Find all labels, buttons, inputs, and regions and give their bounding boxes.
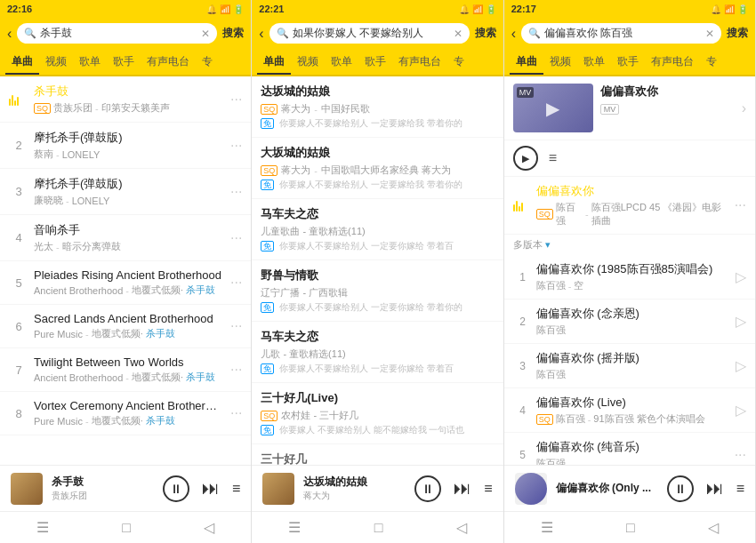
list-item[interactable]: 马车夫之恋 儿歌 - 童歌精选(11) 免 你要嫁人不要嫁给别人 一定要你嫁给 …: [252, 322, 503, 383]
list-item[interactable]: 7 Twilight Between Two Worlds Ancient Br…: [0, 348, 251, 392]
tab-video-3[interactable]: 视频: [543, 49, 577, 75]
list-item[interactable]: 5 Pleiades Rising Ancient Brotherhood An…: [0, 261, 251, 305]
p3-more-main[interactable]: ···: [729, 197, 746, 213]
player-info-1: 杀手鼓 贵族乐团: [52, 475, 154, 502]
play-pause-button-3[interactable]: ⏸: [667, 475, 694, 502]
mv-arrow-icon[interactable]: ›: [742, 100, 746, 116]
play-all-button[interactable]: ▶: [513, 146, 538, 171]
list-item[interactable]: 3 摩托杀手(弹鼓版) 廉晓晓 - LONELY ···: [0, 169, 251, 215]
tab-playlist-3[interactable]: 歌单: [577, 49, 611, 75]
back-button-1[interactable]: ‹: [7, 26, 12, 42]
tab-artist-3[interactable]: 歌手: [611, 49, 645, 75]
tab-more-2[interactable]: 专: [447, 49, 470, 75]
tab-video-2[interactable]: 视频: [291, 49, 325, 75]
song-more-3[interactable]: ···: [223, 184, 242, 200]
song-number-4: 4: [9, 231, 28, 244]
next-button-2[interactable]: ⏭: [454, 478, 471, 499]
list-item[interactable]: 8 Vortex Ceremony Ancient Brotherhood ..…: [0, 392, 251, 435]
list-item[interactable]: 杀手鼓 SQ 贵族乐团 - 印第安天籁美声 ···: [0, 76, 251, 123]
song-more-7[interactable]: ···: [223, 362, 242, 378]
p3-info-v1: 偏偏喜欢你 (1985陈百强85演唱会) 陈百强 - 空: [533, 261, 730, 292]
search-query-2[interactable]: 如果你要嫁人 不要嫁给别人: [293, 26, 450, 41]
search-query-3[interactable]: 偏偏喜欢你 陈百强: [544, 26, 702, 41]
nav-back-3[interactable]: ◁: [699, 517, 728, 538]
tab-video-1[interactable]: 视频: [39, 49, 73, 75]
play-pause-button-2[interactable]: ⏸: [414, 475, 441, 502]
tab-radio-1[interactable]: 有声电台: [141, 49, 196, 75]
tab-artist-1[interactable]: 歌手: [107, 49, 141, 75]
list-item[interactable]: 大坂城的姑娘 SQ 蒋大为 - 中国歌唱大师名家经典 蒋大为 免 你要嫁人不要嫁…: [252, 138, 503, 199]
search-submit-2[interactable]: 搜索: [475, 26, 496, 41]
list-item[interactable]: 马车夫之恋 儿童歌曲 - 童歌精选(11) 免 你要嫁人不要嫁给别人 一定要你嫁…: [252, 199, 503, 260]
tab-single-2[interactable]: 单曲: [257, 49, 291, 75]
song-more-2[interactable]: ···: [223, 138, 242, 154]
song-more-6[interactable]: ···: [223, 318, 242, 334]
list-item[interactable]: 5 偏偏喜欢你 (纯音乐) 陈百强 ···: [504, 433, 755, 465]
playlist-button-1[interactable]: ≡: [232, 481, 240, 497]
player-thumbnail-2[interactable]: [262, 473, 294, 505]
search-clear-1[interactable]: ✕: [201, 28, 210, 40]
p3-more-v1[interactable]: ▷: [730, 268, 746, 285]
nav-menu-1[interactable]: ☰: [28, 517, 58, 538]
search-clear-3[interactable]: ✕: [705, 28, 714, 40]
play-pause-button-1[interactable]: ⏸: [163, 475, 189, 502]
list-item[interactable]: 达坂城的姑娘 SQ 蒋大为 - 中国好民歌 免 你要嫁人不要嫁给别人 一定要嫁给…: [252, 76, 503, 138]
search-query-1[interactable]: 杀手鼓: [40, 26, 197, 41]
list-item[interactable]: 6 Sacred Lands Ancient Brotherhood Pure …: [0, 305, 251, 348]
playlist-button-2[interactable]: ≡: [484, 481, 492, 497]
mv-card[interactable]: MV ▶ 偏偏喜欢你 MV ›: [504, 76, 755, 140]
song-info-3: 摩托杀手(弹鼓版) 廉晓晓 - LONELY: [28, 176, 223, 207]
playlist-button-3[interactable]: ≡: [736, 481, 744, 497]
tab-radio-3[interactable]: 有声电台: [645, 49, 700, 75]
p3-more-v2[interactable]: ▷: [730, 313, 746, 330]
list-item[interactable]: 三十好几: [252, 444, 503, 465]
tab-playlist-1[interactable]: 歌单: [73, 49, 107, 75]
tab-artist-2[interactable]: 歌手: [358, 49, 392, 75]
result-name-7: 三十好几: [261, 451, 494, 465]
panel-search-1: 22:16 🔔 📶 🔋 ‹ 🔍 杀手鼓 ✕ 搜索 单曲 视频 歌单 歌手 有声电…: [0, 0, 252, 543]
list-item[interactable]: 2 偏偏喜欢你 (念亲恩) 陈百强 ▷: [504, 299, 755, 344]
list-item[interactable]: 4 偏偏喜欢你 (Live) SQ 陈百强 - 91陈百强 紫色个体演唱会 ▷: [504, 388, 755, 433]
list-item[interactable]: 3 偏偏喜欢你 (摇并版) 陈百强 ▷: [504, 344, 755, 388]
back-button-3[interactable]: ‹: [511, 26, 516, 42]
next-button-3[interactable]: ⏭: [706, 478, 724, 499]
back-button-2[interactable]: ‹: [259, 26, 263, 42]
song-more-5[interactable]: ···: [223, 275, 242, 291]
song-more-1[interactable]: ···: [223, 92, 242, 108]
tab-single-1[interactable]: 单曲: [5, 49, 39, 75]
search-submit-3[interactable]: 搜索: [727, 26, 748, 41]
list-item[interactable]: 三十好几(Live) SQ 农村娃 - 三十好几 免 你要嫁人 不要嫁给别人 能…: [252, 383, 503, 444]
nav-home-3[interactable]: □: [617, 518, 644, 538]
list-item[interactable]: 2 摩托杀手(弹鼓版) 蔡南 - LONELY ···: [0, 123, 251, 169]
sort-icon[interactable]: ≡: [549, 150, 557, 166]
nav-menu-2[interactable]: ☰: [279, 517, 310, 538]
nav-menu-3[interactable]: ☰: [532, 517, 562, 538]
version-label[interactable]: 多版本 ▾: [504, 235, 755, 255]
status-bar-2: 22:21 🔔 📶 🔋: [252, 0, 503, 18]
nav-back-2[interactable]: ◁: [447, 517, 476, 538]
tab-radio-2[interactable]: 有声电台: [392, 49, 447, 75]
player-thumbnail-3[interactable]: [515, 473, 547, 505]
nav-back-1[interactable]: ◁: [195, 517, 223, 538]
tab-more-1[interactable]: 专: [196, 49, 219, 75]
list-item[interactable]: 偏偏喜欢你 SQ 陈百强 - 陈百强LPCD 45 《港园》电影插曲 ···: [504, 177, 755, 235]
p3-more-v5[interactable]: ···: [729, 447, 746, 463]
tab-playlist-2[interactable]: 歌单: [325, 49, 358, 75]
list-item[interactable]: 1 偏偏喜欢你 (1985陈百强85演唱会) 陈百强 - 空 ▷: [504, 255, 755, 299]
player-thumbnail-1[interactable]: [11, 473, 43, 505]
song-more-8[interactable]: ···: [223, 405, 242, 421]
p3-more-v4[interactable]: ▷: [730, 402, 746, 419]
search-clear-2[interactable]: ✕: [454, 28, 462, 40]
search-submit-1[interactable]: 搜索: [222, 26, 244, 41]
p3-more-v3[interactable]: ▷: [730, 357, 746, 374]
song-more-4[interactable]: ···: [223, 230, 242, 246]
song-list-1: 杀手鼓 SQ 贵族乐团 - 印第安天籁美声 ··· 2 摩托杀手(弹鼓版) 蔡南…: [0, 76, 251, 465]
list-item[interactable]: 4 音响杀手 光太 - 暗示分离弹鼓 ···: [0, 215, 251, 261]
list-item[interactable]: 野兽与情歌 辽宁广播 - 广西歌辑 免 你要嫁人不要嫁给别人 一定要你嫁给 带着…: [252, 260, 503, 322]
tab-single-3[interactable]: 单曲: [510, 49, 543, 75]
p3-num-3: 3: [513, 360, 533, 372]
nav-home-2[interactable]: □: [366, 518, 392, 538]
next-button-1[interactable]: ⏭: [202, 478, 220, 499]
nav-home-1[interactable]: □: [113, 518, 140, 538]
tab-more-3[interactable]: 专: [700, 49, 723, 75]
